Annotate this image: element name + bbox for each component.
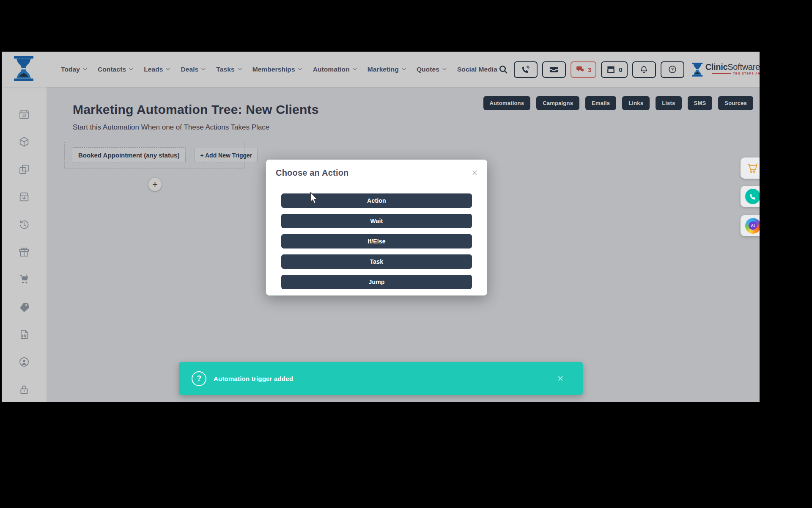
floating-cart-button[interactable] bbox=[741, 157, 760, 179]
floating-whatsapp-button[interactable] bbox=[741, 186, 760, 207]
app-window: Today Contacts Leads Deals Tasks Members… bbox=[2, 52, 760, 402]
action-option-button[interactable]: Action bbox=[281, 193, 472, 208]
modal-body: Action Wait If/Else Task Jump bbox=[266, 186, 487, 295]
toast-message: Automation trigger added bbox=[214, 375, 293, 382]
screen: { "navbar": { "menu": [ { "label": "Toda… bbox=[0, 0, 812, 508]
success-toast: ? Automation trigger added × bbox=[179, 362, 583, 395]
if-else-option-button[interactable]: If/Else bbox=[281, 234, 472, 248]
wait-option-button[interactable]: Wait bbox=[281, 214, 472, 228]
floating-ai-button[interactable]: AI bbox=[741, 215, 760, 236]
jump-option-button[interactable]: Jump bbox=[281, 275, 472, 289]
ai-icon: AI bbox=[745, 218, 760, 234]
question-circle-icon: ? bbox=[192, 371, 206, 386]
whatsapp-icon bbox=[745, 189, 760, 204]
toast-close-icon[interactable]: × bbox=[557, 373, 563, 384]
modal-title: Choose an Action bbox=[276, 168, 348, 178]
choose-action-modal: Choose an Action × Action Wait If/Else T… bbox=[266, 160, 487, 295]
modal-header: Choose an Action × bbox=[266, 160, 487, 186]
cart-icon bbox=[746, 162, 759, 174]
task-option-button[interactable]: Task bbox=[281, 254, 472, 269]
modal-close-icon[interactable]: × bbox=[472, 168, 477, 178]
